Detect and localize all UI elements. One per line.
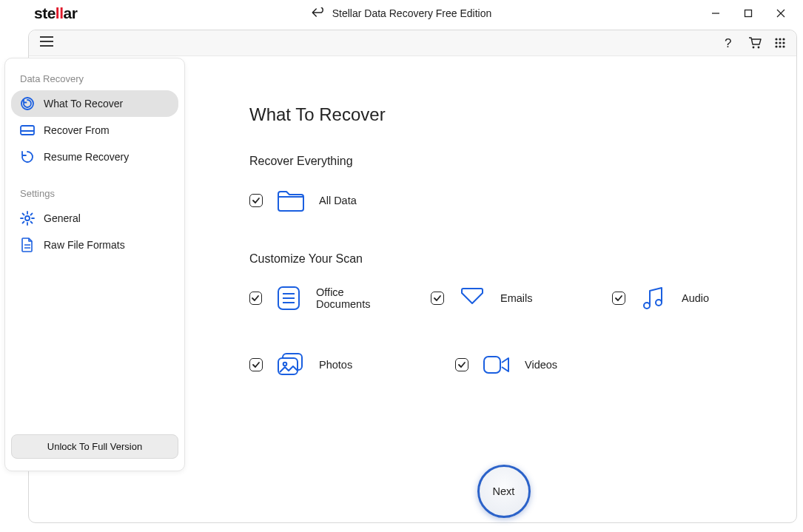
svg-point-23 [644,303,650,309]
svg-point-9 [758,47,760,49]
svg-point-30 [25,216,30,220]
label-all-data: All Data [319,195,357,206]
option-photos: Photos [249,350,420,380]
file-icon [20,238,35,252]
page-title: What To Recover [249,104,758,125]
unlock-label: Unlock To Full Version [47,441,142,452]
svg-point-15 [782,41,784,44]
svg-point-24 [656,300,662,306]
logo-text-post: ar [64,4,78,21]
app-logo: stellar [34,4,77,22]
svg-point-8 [753,47,755,49]
label-emails: Emails [500,292,533,304]
sidebar-item-label: Recover From [44,124,110,136]
folder-icon[interactable] [276,186,306,215]
option-emails: Emails [431,283,577,313]
toolbar: ? [29,30,796,56]
document-icon[interactable] [275,283,303,313]
svg-point-16 [775,45,777,47]
svg-point-11 [779,38,781,40]
label-audio: Audio [682,292,709,304]
sidebar-item-what-to-recover[interactable]: What To Recover [11,90,178,117]
sidebar-item-raw-file-formats[interactable]: Raw File Formats [11,232,178,258]
sidebar-item-label: What To Recover [44,98,123,110]
sidebar-item-resume-recovery[interactable]: Resume Recovery [11,144,178,170]
apps-icon[interactable] [774,37,786,49]
label-videos: Videos [525,359,557,371]
sidebar: Data Recovery What To Recover Recover Fr… [4,58,185,471]
unlock-full-version-button[interactable]: Unlock To Full Version [11,434,178,459]
recover-icon [20,96,35,111]
sidebar-section-settings: Settings [11,183,178,205]
svg-point-18 [782,45,784,47]
gear-icon [20,211,35,226]
main-content: What To Recover Recover Everything All D… [223,87,784,514]
resume-icon [20,149,35,164]
sidebar-item-general[interactable]: General [11,205,178,232]
checkbox-emails[interactable] [431,292,444,305]
svg-text:?: ? [725,36,731,50]
sidebar-section-data-recovery: Data Recovery [11,69,178,90]
svg-rect-26 [278,358,298,374]
sidebar-item-label: General [44,212,81,224]
sidebar-item-label: Resume Recovery [44,151,129,163]
svg-point-17 [779,45,781,47]
menu-icon[interactable] [39,36,54,50]
svg-point-12 [782,38,784,40]
email-icon[interactable] [457,283,487,313]
titlebar: stellar Stellar Data Recovery Free Editi… [0,0,803,27]
next-label: Next [493,485,515,497]
option-audio: Audio [612,283,758,313]
next-button[interactable]: Next [477,465,531,518]
svg-point-14 [779,41,781,44]
help-icon[interactable]: ? [722,36,736,50]
audio-icon[interactable] [639,283,668,313]
section-customize-scan: Customize Your Scan [249,252,758,266]
option-all-data: All Data [249,186,420,215]
label-office: Office Documents [316,286,395,310]
checkbox-all-data[interactable] [249,194,263,207]
photos-icon[interactable] [276,350,306,380]
svg-point-13 [775,41,777,44]
checkbox-videos[interactable] [455,358,468,371]
drive-icon [20,123,35,138]
section-recover-everything: Recover Everything [249,155,758,168]
svg-point-10 [775,38,777,40]
video-icon[interactable] [482,350,511,380]
window-controls [710,7,800,19]
svg-rect-28 [484,357,500,373]
logo-text-pre: ste [34,4,56,21]
checkbox-office[interactable] [249,292,262,305]
option-office-documents: Office Documents [249,283,395,313]
window-title: Stellar Data Recovery Free Edition [312,7,492,20]
logo-text-mid: ll [56,4,64,21]
minimize-button[interactable] [710,7,722,19]
maximize-button[interactable] [742,7,754,19]
label-photos: Photos [319,359,352,371]
cart-icon[interactable] [747,36,762,50]
checkbox-audio[interactable] [612,292,625,305]
sidebar-item-label: Raw File Formats [44,239,125,251]
sidebar-item-recover-from[interactable]: Recover From [11,117,178,144]
window-title-text: Stellar Data Recovery Free Edition [332,7,492,19]
option-videos: Videos [455,350,625,380]
svg-rect-1 [745,10,752,17]
close-button[interactable] [775,7,787,19]
back-icon[interactable] [312,7,325,20]
checkbox-photos[interactable] [249,358,263,371]
